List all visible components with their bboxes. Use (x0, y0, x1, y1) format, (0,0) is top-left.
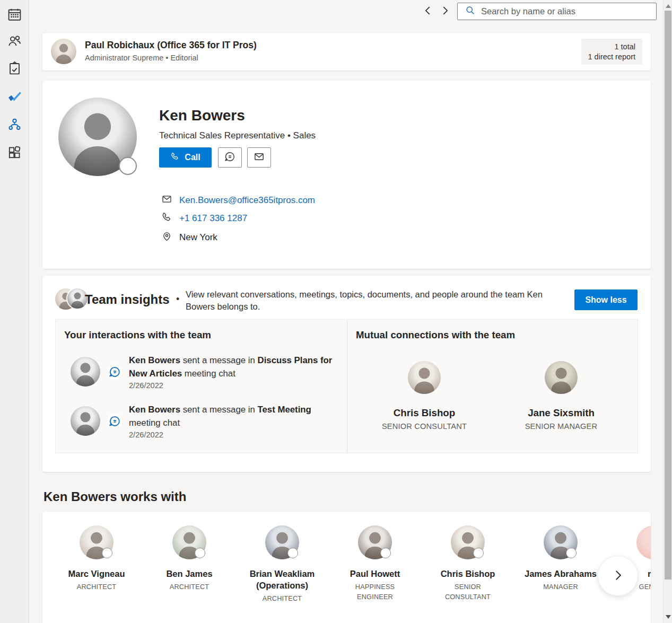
presence-indicator (102, 548, 112, 558)
profile-job-title: Technical Sales Representative • Sales (159, 130, 316, 141)
back-button[interactable] (421, 4, 435, 19)
interactions-heading: Your interactions with the team (64, 329, 211, 341)
person-name: Marc Vigneau (68, 568, 125, 580)
manager-card[interactable]: Paul Robichaux (Office 365 for IT Pros) … (42, 33, 651, 71)
todo-checkmark-icon (7, 89, 22, 107)
interaction-suffix: meeting chat (129, 418, 180, 428)
search-box (457, 3, 657, 20)
mutual-person-card[interactable]: Chris Bishop SENIOR CONSULTANT (369, 361, 480, 431)
person-role: SENIOR MANAGER (525, 422, 598, 431)
presence-indicator (195, 548, 205, 558)
scroll-up-arrow[interactable] (666, 4, 671, 8)
sidebar-item-people[interactable] (3, 30, 25, 52)
interaction-actor: Ken Bowers (129, 405, 180, 415)
interaction-avatar (71, 406, 100, 436)
reports-total: 1 total (588, 42, 635, 52)
mutual-person-card[interactable]: Jane Sixsmith SENIOR MANAGER (505, 361, 617, 431)
person-role: SENIOR CONSULTANT (438, 582, 498, 602)
interaction-suffix: meeting chat (182, 368, 235, 379)
sidebar-item-org-chart[interactable] (3, 114, 25, 136)
person-name: Paul Howett (350, 568, 400, 580)
works-with-person-card[interactable]: Ben James ARCHITECT (146, 525, 233, 592)
works-with-person-card[interactable]: Marc Vigneau ARCHITECT (53, 525, 140, 592)
person-role: GENERA (639, 582, 651, 592)
reports-badge: 1 total 1 direct report (581, 39, 642, 65)
person-name: Jane Sixsmith (528, 407, 595, 419)
works-with-heading: Ken Bowers works with (43, 489, 186, 504)
clipboard-check-icon (7, 60, 22, 78)
separator-dot: • (176, 294, 179, 305)
email-link[interactable]: Ken.Bowers@office365itpros.com (179, 195, 315, 206)
left-sidebar (0, 0, 29, 623)
person-avatar (636, 525, 651, 559)
calendar-icon (7, 7, 22, 24)
person-name: Ben James (166, 568, 212, 580)
forward-button[interactable] (438, 4, 452, 19)
search-input[interactable] (476, 6, 656, 16)
person-name: James Abrahams (525, 568, 597, 580)
sidebar-item-apps[interactable] (3, 142, 25, 164)
chevron-right-icon (611, 568, 625, 584)
person-name: Chris Bishop (441, 568, 495, 580)
presence-indicator (380, 548, 391, 558)
works-with-person-card[interactable]: Brian Weakliam (Operations) ARCHITECT (239, 525, 326, 604)
interaction-date: 2/26/2022 (129, 431, 339, 439)
works-with-card: Marc Vigneau ARCHITECT Ben James ARCHITE… (42, 512, 651, 623)
person-role: SENIOR CONSULTANT (382, 422, 467, 431)
phone-icon (170, 152, 180, 163)
manager-name: Paul Robichaux (Office 365 for IT Pros) (85, 40, 257, 51)
team-insights-title: Team insights (85, 292, 170, 307)
chevron-right-icon (439, 5, 451, 18)
email-button[interactable] (247, 147, 271, 168)
person-name: Chris Bishop (394, 407, 455, 419)
location-row: New York (161, 231, 217, 244)
phone-row: +1 617 336 1287 (161, 212, 247, 225)
vertical-scrollbar (663, 0, 672, 623)
phone-icon (161, 212, 172, 225)
call-button[interactable]: Call (159, 147, 212, 168)
interaction-subject: Test Meeting (258, 405, 311, 415)
sidebar-item-tasks[interactable] (3, 58, 25, 80)
presence-indicator (287, 548, 298, 558)
interactions-panel: Your interactions with the team Ken Bowe… (56, 320, 347, 453)
chat-button[interactable] (218, 147, 242, 168)
apps-icon (7, 145, 22, 162)
chevron-left-icon (422, 5, 434, 18)
org-chart-icon (7, 117, 22, 134)
chat-bubble-icon (107, 414, 122, 428)
next-people-button[interactable] (598, 556, 638, 596)
presence-indicator (566, 548, 577, 558)
scrollbar-thumb[interactable] (665, 11, 671, 580)
person-avatar (545, 361, 578, 394)
person-role: HAPPINESS ENGINEER (345, 582, 405, 602)
person-avatar (408, 361, 441, 394)
phone-link[interactable]: +1 617 336 1287 (179, 213, 247, 224)
works-with-person-card[interactable]: James Abrahams MANAGER (517, 525, 604, 592)
search-icon (458, 5, 476, 18)
app-window: Paul Robichaux (Office 365 for IT Pros) … (0, 0, 672, 623)
interaction-date: 2/26/2022 (129, 381, 339, 390)
interaction-text: Ken Bowers sent a message in Discuss Pla… (129, 354, 339, 380)
show-less-button[interactable]: Show less (574, 289, 638, 310)
location-pin-icon (161, 231, 172, 244)
interaction-actor: Ken Bowers (129, 355, 180, 365)
person-name: rry (648, 568, 651, 580)
interaction-avatar (71, 357, 100, 387)
sidebar-item-todo[interactable] (3, 86, 25, 109)
team-insights-description: View relevant conversations, meetings, t… (186, 288, 563, 313)
scroll-down-arrow[interactable] (666, 615, 671, 619)
sidebar-item-calendar[interactable] (3, 4, 25, 27)
people-icon (7, 33, 22, 50)
interaction-item[interactable]: Ken Bowers sent a message in Discuss Pla… (71, 354, 339, 390)
works-with-person-card[interactable]: Paul Howett HAPPINESS ENGINEER (331, 525, 418, 602)
works-with-person-card[interactable]: Chris Bishop SENIOR CONSULTANT (424, 525, 511, 602)
envelope-icon (253, 151, 265, 164)
team-insights-panels: Your interactions with the team Ken Bowe… (55, 319, 638, 453)
interaction-item[interactable]: Ken Bowers sent a message in Test Meetin… (71, 403, 339, 439)
call-button-label: Call (185, 153, 200, 162)
reports-direct: 1 direct report (588, 52, 635, 62)
location-text: New York (179, 232, 217, 243)
person-role: ARCHITECT (77, 582, 116, 592)
person-name: Brian Weakliam (Operations) (239, 568, 326, 591)
person-role: ARCHITECT (170, 582, 209, 592)
